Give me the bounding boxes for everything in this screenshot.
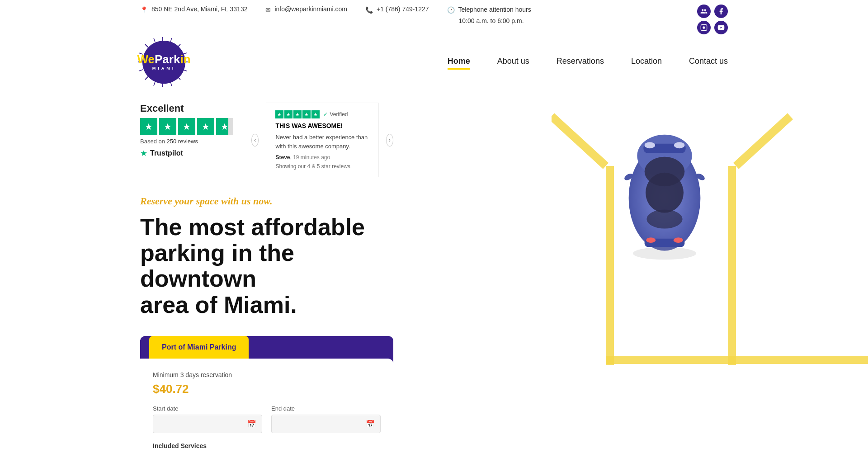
social-row-2 <box>697 21 728 34</box>
address-item: 📍 850 NE 2nd Ave, Miami, FL 33132 <box>140 5 247 14</box>
star-1: ★ <box>140 118 157 135</box>
end-date-input-wrapper[interactable]: 📅 <box>271 415 381 433</box>
review-area: ‹ ★ ★ ★ ★ ★ ✓ Verified <box>251 103 393 177</box>
nav-contact[interactable]: Contact us <box>689 57 728 68</box>
start-date-label: Start date <box>153 405 262 412</box>
logo-area: WeParkin MIAMI <box>140 39 217 85</box>
phone-icon: 📞 <box>365 6 373 14</box>
trustpilot-star: ★ <box>140 148 147 158</box>
trustpilot-brand: Trustpilot <box>150 149 183 157</box>
verified-badge: ✓ Verified <box>323 111 348 118</box>
svg-line-16 <box>154 82 155 86</box>
review-text: Never had a better experience than with … <box>275 133 369 151</box>
svg-line-22 <box>552 116 606 166</box>
left-content: Excellent ★ ★ ★ ★ ★ Based on 250 reviews… <box>140 94 411 449</box>
review-star-2: ★ <box>284 110 292 118</box>
nav-reservations[interactable]: Reservations <box>557 57 604 68</box>
review-star-5: ★ <box>311 110 320 118</box>
start-date-input[interactable] <box>159 420 247 427</box>
verified-text: Verified <box>330 111 348 118</box>
parking-card: Port of Miami Parking Minimum 3 days res… <box>140 336 393 449</box>
trustpilot-section: Excellent ★ ★ ★ ★ ★ Based on 250 reviews… <box>140 103 393 177</box>
headline-line1: The most affordable <box>140 214 365 240</box>
parking-card-body: Minimum 3 days reservation $40.72 Start … <box>140 359 393 449</box>
reviewer-name: Steve <box>275 154 290 161</box>
main-content: Excellent ★ ★ ★ ★ ★ Based on 250 reviews… <box>0 94 868 449</box>
headline-line3: area of Miami. <box>140 292 297 318</box>
port-miami-tab[interactable]: Port of Miami Parking <box>149 336 249 359</box>
svg-point-30 <box>646 173 684 213</box>
review-star-1: ★ <box>275 110 283 118</box>
right-content <box>411 94 728 449</box>
review-next-button[interactable]: › <box>386 134 393 147</box>
tagline: Reserve your space with us now. <box>140 195 393 207</box>
star-3: ★ <box>178 118 195 135</box>
date-fields: Start date 📅 End date 📅 <box>153 405 381 433</box>
review-card: ★ ★ ★ ★ ★ ✓ Verified THIS WAS AWESOME! N… <box>266 103 378 177</box>
nav-location[interactable]: Location <box>631 57 662 68</box>
excellent-label: Excellent <box>140 103 184 114</box>
social-instagram-icon[interactable] <box>697 21 711 34</box>
end-calendar-icon: 📅 <box>366 420 375 428</box>
social-youtube-icon[interactable] <box>714 21 728 34</box>
logo-circle: WeParkin MIAMI <box>142 41 185 84</box>
social-facebook-icon[interactable] <box>714 5 728 18</box>
reviewer-info: Steve, 19 minutes ago <box>275 154 369 161</box>
top-bar: 📍 850 NE 2nd Ave, Miami, FL 33132 ✉ info… <box>0 0 868 30</box>
svg-rect-21 <box>606 356 868 364</box>
headline-line2: parking in the downtown <box>140 240 294 292</box>
review-star-3: ★ <box>293 110 302 118</box>
trustpilot-left: Excellent ★ ★ ★ ★ ★ Based on 250 reviews… <box>140 103 233 158</box>
star-5-half: ★ <box>216 118 233 135</box>
phone-item: 📞 +1 (786) 749-1227 <box>365 5 429 14</box>
svg-point-34 <box>674 237 683 243</box>
hours-item: 🕐 Telephone attention hours 10:00 a.m. t… <box>447 5 531 24</box>
svg-point-37 <box>633 247 696 260</box>
car-svg <box>601 116 728 274</box>
review-title: THIS WAS AWESOME! <box>275 122 369 129</box>
car-illustration <box>601 116 755 279</box>
svg-point-27 <box>645 142 655 148</box>
email-text: info@weparkinmiami.com <box>274 5 347 13</box>
phone-text: +1 (786) 749-1227 <box>377 5 429 13</box>
clock-icon: 🕐 <box>447 6 455 14</box>
start-date-input-wrapper[interactable]: 📅 <box>153 415 262 433</box>
logo-miami: MIAMI <box>152 66 176 71</box>
social-icons <box>697 5 728 34</box>
trustpilot-logo: ★ Trustpilot <box>140 148 183 158</box>
nav-about[interactable]: About us <box>497 57 529 68</box>
showing-info: Showing our 4 & 5 star reviews <box>275 163 369 170</box>
social-row-1 <box>697 5 728 18</box>
review-stars: ★ ★ ★ ★ ★ <box>275 110 320 118</box>
based-on-text: Based on 250 reviews <box>140 138 198 145</box>
review-count-link[interactable]: 250 reviews <box>167 138 198 145</box>
start-calendar-icon: 📅 <box>247 420 256 428</box>
end-date-field: End date 📅 <box>271 405 381 433</box>
logo-brand: WeParkin <box>137 53 190 65</box>
location-icon: 📍 <box>140 6 148 14</box>
address-text: 850 NE 2nd Ave, Miami, FL 33132 <box>151 5 247 13</box>
min-reservation: Minimum 3 days reservation <box>153 371 381 378</box>
star-4: ★ <box>197 118 214 135</box>
review-star-4: ★ <box>302 110 311 118</box>
parking-card-tab: Port of Miami Parking <box>140 336 393 359</box>
review-header: ★ ★ ★ ★ ★ ✓ Verified <box>275 110 369 118</box>
email-item: ✉ info@weparkinmiami.com <box>265 5 347 14</box>
end-date-label: End date <box>271 405 381 412</box>
hours-label: Telephone attention hours <box>458 6 531 13</box>
svg-line-18 <box>139 70 143 71</box>
hours-line: 🕐 Telephone attention hours <box>447 5 531 14</box>
svg-point-28 <box>674 142 684 148</box>
price-display: $40.72 <box>153 382 381 396</box>
hours-text: 10:00 a.m. to 6:00 p.m. <box>459 17 524 24</box>
svg-point-31 <box>646 210 682 229</box>
svg-point-33 <box>646 237 656 243</box>
email-icon: ✉ <box>265 6 271 14</box>
nav-home[interactable]: Home <box>448 57 470 68</box>
svg-line-11 <box>154 38 155 42</box>
header: WeParkin MIAMI Home About us Reservation… <box>0 30 868 94</box>
social-people-icon[interactable] <box>697 5 711 18</box>
review-prev-button[interactable]: ‹ <box>251 134 259 147</box>
end-date-input[interactable] <box>277 420 366 427</box>
top-bar-info: 📍 850 NE 2nd Ave, Miami, FL 33132 ✉ info… <box>140 5 728 24</box>
